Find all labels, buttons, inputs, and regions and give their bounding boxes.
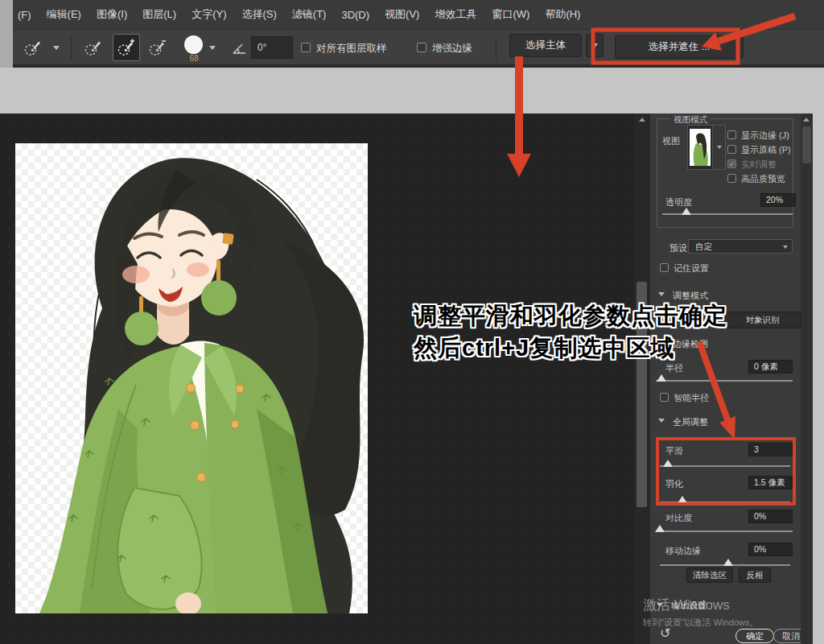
enhance-edge-checkbox[interactable] (417, 43, 426, 52)
document-image[interactable] (15, 143, 368, 613)
brush-size-value: 68 (183, 54, 205, 63)
contrast-slider-track[interactable] (656, 530, 793, 532)
menu-file[interactable]: (F) (18, 9, 31, 21)
menu-image[interactable]: 图像(I) (97, 7, 127, 22)
high-quality-preview-label: 高品质预览 (741, 173, 785, 185)
feather-label: 羽化 (665, 478, 683, 490)
smooth-value[interactable]: 3 (748, 443, 793, 456)
edge-detection-collapse-icon[interactable] (658, 341, 665, 345)
view-dropdown-button[interactable] (713, 125, 726, 170)
angle-icon (232, 41, 248, 56)
show-original-checkbox[interactable] (727, 145, 736, 154)
menu-select[interactable]: 选择(S) (241, 7, 276, 22)
output-settings-label: 输出设置 (671, 600, 707, 612)
subtract-from-selection-icon (148, 38, 167, 57)
invert-button[interactable]: 反相 (739, 568, 771, 583)
workspace-gray-band (0, 68, 824, 114)
menu-edit[interactable]: 编辑(E) (47, 7, 81, 22)
chevron-down-icon (717, 146, 722, 149)
menu-plugins[interactable]: 增效工具 (435, 7, 476, 22)
select-and-mask-properties-panel: 视图模式 视图 显示边缘 (J) 显示原稿 (P) ✓ 实时调整 高品质预 (650, 114, 801, 644)
preset-value: 自定 (695, 242, 712, 251)
window-right-edge (813, 114, 824, 644)
brush-size-preview[interactable] (184, 35, 203, 54)
contrast-slider-thumb[interactable] (655, 525, 665, 532)
smooth-slider-thumb[interactable] (663, 460, 673, 467)
high-quality-preview-checkbox[interactable] (727, 174, 736, 183)
smooth-slider-track[interactable] (660, 465, 790, 467)
enhance-edge-label: 增强边缘 (432, 42, 472, 56)
transparency-value[interactable]: 20% (760, 193, 796, 207)
remember-settings-label: 记住设置 (674, 262, 709, 275)
add-to-selection-icon (117, 38, 136, 57)
output-settings-collapse-icon[interactable] (657, 603, 663, 607)
select-and-mask-workspace: 视图模式 视图 显示边缘 (J) 显示原稿 (P) ✓ 实时调整 高品质预 (0, 114, 824, 644)
object-aware-button[interactable]: 对象识别 (724, 312, 801, 328)
tool-preset-button[interactable] (19, 34, 47, 61)
panel-right-scrollbar[interactable] (801, 114, 813, 644)
menu-window[interactable]: 窗口(W) (492, 7, 529, 22)
feather-slider-thumb[interactable] (678, 496, 687, 503)
reset-icon[interactable]: ↺ (660, 625, 670, 641)
select-and-mask-button[interactable]: 选择并遮住 ... (615, 35, 744, 59)
radius-value[interactable]: 0 像素 (748, 360, 793, 374)
scrollbar-thumb[interactable] (637, 282, 647, 507)
transparency-slider-thumb[interactable] (682, 208, 691, 215)
menu-layer[interactable]: 图层(L) (142, 7, 176, 22)
feather-value[interactable]: 1.5 像素 (748, 476, 793, 489)
live-refine-checkbox[interactable]: ✓ (727, 159, 736, 168)
panel-left-scrollbar[interactable] (634, 114, 650, 644)
view-thumbnail-preview (688, 126, 712, 169)
live-refine-label: 实时调整 (741, 159, 777, 171)
tool-preset-chevron-icon[interactable] (53, 46, 60, 50)
sample-all-layers-checkbox[interactable] (301, 43, 311, 52)
view-thumbnail[interactable] (687, 125, 713, 170)
sample-all-layers-label: 对所有图层取样 (316, 42, 387, 56)
canvas-area[interactable] (0, 114, 634, 644)
transparency-label: 透明度 (665, 196, 692, 208)
edge-detection-label: 边缘检测 (673, 338, 708, 350)
adjust-mode-collapse-icon[interactable] (658, 292, 665, 296)
menu-view[interactable]: 视图(V) (385, 7, 419, 22)
ok-button[interactable]: 确定 (735, 629, 774, 643)
chevron-down-icon (783, 246, 788, 249)
global-refine-label: 全局调整 (673, 416, 708, 428)
radius-slider-thumb[interactable] (657, 374, 666, 382)
subtract-from-selection-tool-button[interactable] (144, 34, 171, 61)
view-label: 视图 (662, 135, 680, 147)
scroll-up-icon[interactable] (639, 118, 645, 122)
menu-help[interactable]: 帮助(H) (545, 7, 580, 22)
chevron-down-icon (591, 43, 598, 47)
select-subject-button[interactable]: 选择主体 (509, 34, 582, 57)
shift-edge-slider-thumb[interactable] (723, 559, 733, 566)
menu-type[interactable]: 文字(Y) (192, 7, 226, 22)
shift-edge-label: 移动边缘 (665, 545, 701, 557)
angle-input[interactable]: 0° (251, 36, 293, 59)
menu-bar: (F) 编辑(E) 图像(I) 图层(L) 文字(Y) 选择(S) 滤镜(T) … (13, 0, 824, 29)
clear-selection-button[interactable]: 清除选区 (686, 568, 733, 583)
preset-dropdown[interactable]: 自定 (688, 239, 793, 254)
smart-radius-label: 智能半径 (674, 392, 709, 404)
scrollbar-thumb[interactable] (802, 126, 811, 163)
quick-selection-tool-icon (23, 38, 43, 57)
menu-3d[interactable]: 3D(D) (341, 9, 369, 21)
global-refine-collapse-icon[interactable] (658, 419, 665, 423)
brush-options-chevron-icon[interactable] (209, 46, 216, 50)
smart-radius-checkbox[interactable] (660, 393, 669, 402)
preset-label: 预设 (670, 242, 687, 254)
window-left-edge (0, 0, 13, 68)
remember-settings-checkbox[interactable] (660, 263, 669, 272)
new-selection-icon (84, 38, 103, 57)
new-selection-tool-button[interactable] (80, 34, 107, 61)
smooth-label: 平滑 (665, 445, 683, 457)
show-original-label: 显示原稿 (P) (741, 144, 791, 156)
menu-filter[interactable]: 滤镜(T) (292, 7, 327, 22)
contrast-value[interactable]: 0% (748, 510, 793, 523)
shift-edge-value[interactable]: 0% (748, 543, 793, 556)
radius-slider-track[interactable] (656, 380, 793, 382)
show-edge-checkbox[interactable] (727, 130, 736, 139)
add-to-selection-tool-button[interactable] (113, 34, 140, 61)
scroll-up-icon[interactable] (803, 118, 810, 122)
select-subject-dropdown-button[interactable] (586, 34, 604, 57)
tool-options-bar: 68 0° 对所有图层取样 增强边缘 选择主体 选择并遮住 ... (13, 29, 824, 68)
